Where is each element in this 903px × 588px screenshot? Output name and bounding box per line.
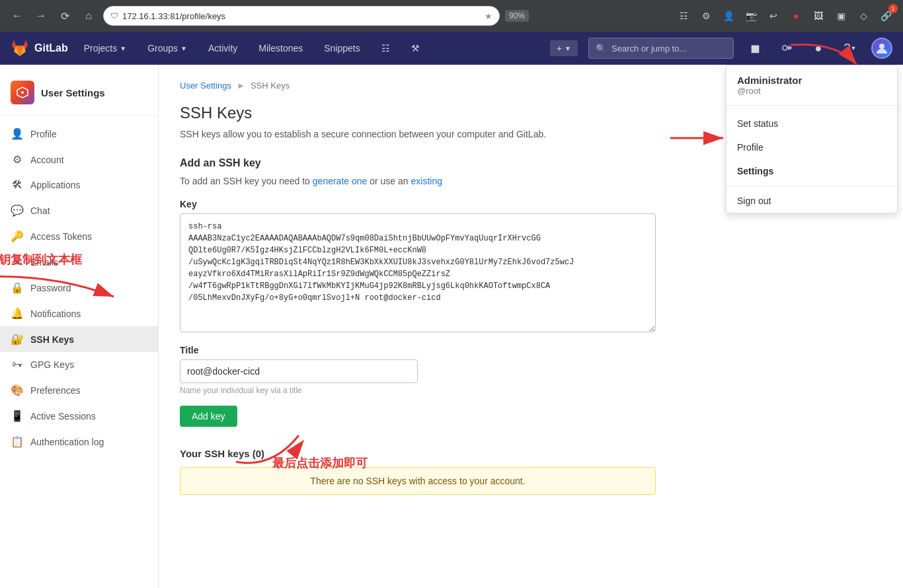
sidebar-item-access-tokens[interactable]: 🔑 Access Tokens bbox=[0, 223, 158, 249]
ssh-keys-icon: 🔐 bbox=[11, 333, 24, 346]
sidebar-label-profile: Profile bbox=[30, 129, 57, 139]
breadcrumb-parent[interactable]: User Settings bbox=[180, 81, 231, 91]
key-textarea[interactable]: ssh-rsa AAAAB3NzaC1yc2EAAAADAQABAAAbAQDW… bbox=[180, 213, 656, 332]
sidebar-item-auth-log[interactable]: 📋 Authentication log bbox=[0, 429, 158, 455]
dropdown-settings[interactable]: Settings bbox=[726, 159, 897, 183]
nav-item-groups[interactable]: Groups ▼ bbox=[142, 40, 192, 56]
gitlab-logo[interactable]: GitLab bbox=[11, 39, 68, 57]
nav-new-btn[interactable]: + ▼ bbox=[550, 40, 578, 56]
sidebar-item-active-sessions[interactable]: 📱 Active Sessions bbox=[0, 403, 158, 429]
emails-icon: ✉ bbox=[11, 256, 24, 268]
browser-chrome: ← → ⟳ ⌂ 🛡 172.16.1.33:81/profile/keys ★ … bbox=[0, 0, 903, 32]
browser-ext-1[interactable]: ☷ bbox=[674, 7, 693, 25]
projects-chevron: ▼ bbox=[120, 45, 126, 52]
breadcrumb-separator: ► bbox=[237, 81, 245, 91]
applications-icon: 🛠 bbox=[11, 179, 24, 191]
key-label: Key bbox=[180, 199, 656, 209]
nav-panel-icon[interactable]: ◼ bbox=[744, 38, 766, 59]
sidebar-item-notifications[interactable]: 🔔 Notifications bbox=[0, 301, 158, 326]
nav-clock-icon[interactable]: ● bbox=[808, 38, 829, 59]
gitlab-logo-icon bbox=[11, 39, 29, 57]
browser-ext-4[interactable]: 🖼 bbox=[809, 7, 828, 25]
gitlab-top-nav: GitLab Projects ▼ Groups ▼ Activity Mile… bbox=[0, 32, 903, 65]
forward-button[interactable]: → bbox=[32, 7, 50, 25]
dropdown-divider-1 bbox=[726, 108, 897, 109]
add-ssh-section: Add an SSH key To add an SSH key you nee… bbox=[180, 157, 656, 427]
sidebar-label-gpg-keys: GPG Keys bbox=[30, 359, 74, 370]
notifications-icon: 🔔 bbox=[11, 307, 24, 320]
nav-item-projects[interactable]: Projects ▼ bbox=[79, 40, 132, 56]
no-keys-notice: There are no SSH keys with access to you… bbox=[180, 467, 656, 495]
nav-item-activity[interactable]: Activity bbox=[203, 40, 243, 56]
groups-chevron: ▼ bbox=[180, 45, 187, 52]
sidebar-label-auth-log: Authentication log bbox=[30, 437, 104, 447]
title-form-group: Title Name your individual key via a tit… bbox=[180, 345, 656, 395]
nav-item-wrench[interactable]: ⚒ bbox=[406, 40, 425, 56]
dropdown-set-status[interactable]: Set status bbox=[726, 112, 897, 135]
home-button[interactable]: ⌂ bbox=[79, 7, 98, 25]
sidebar-item-ssh-keys[interactable]: 🔐 SSH Keys bbox=[0, 326, 158, 352]
your-keys-title: Your SSH keys (0) bbox=[180, 448, 656, 459]
nav-item-milestones[interactable]: Milestones bbox=[253, 40, 308, 56]
sidebar-label-preferences: Preferences bbox=[30, 385, 80, 396]
nav-help-icon[interactable]: ? ▼ bbox=[840, 38, 861, 59]
sidebar-item-profile[interactable]: 👤 Profile bbox=[0, 121, 158, 147]
star-icon: ★ bbox=[485, 11, 492, 21]
generate-one-link[interactable]: generate one bbox=[313, 176, 368, 186]
sidebar-item-chat[interactable]: 💬 Chat bbox=[0, 198, 158, 223]
sidebar-label-password: Password bbox=[30, 283, 71, 293]
add-key-btn-wrapper: Add key 最后点击添加即可 bbox=[180, 406, 237, 427]
browser-ext-2[interactable]: ⚙ bbox=[697, 7, 715, 25]
add-key-button[interactable]: Add key bbox=[180, 406, 237, 427]
sidebar-item-account[interactable]: ⚙ Account bbox=[0, 147, 158, 172]
access-tokens-icon: 🔑 bbox=[11, 230, 24, 242]
browser-undo[interactable]: ↩ bbox=[764, 7, 783, 25]
browser-user-icon[interactable]: 👤 bbox=[719, 7, 738, 25]
dropdown-username: @root bbox=[737, 86, 886, 96]
title-input[interactable] bbox=[180, 359, 418, 383]
sidebar-header-title: User Settings bbox=[41, 87, 105, 98]
sidebar-item-applications[interactable]: 🛠 Applications bbox=[0, 172, 158, 198]
browser-notif[interactable]: 🔗 bbox=[877, 7, 895, 25]
browser-ext-puzzle[interactable]: ▣ bbox=[832, 7, 850, 25]
add-ssh-desc-mid: or use an bbox=[367, 176, 411, 186]
reload-button[interactable]: ⟳ bbox=[56, 7, 74, 25]
sidebar-label-ssh-keys: SSH Keys bbox=[30, 334, 74, 345]
search-icon: 🔍 bbox=[596, 44, 606, 54]
browser-ext-3[interactable]: 📷 bbox=[742, 7, 760, 25]
browser-ext-red[interactable]: ● bbox=[787, 7, 805, 25]
browser-toolbar-right: ☷ ⚙ 👤 📷 ↩ ● 🖼 ▣ ◇ 🔗 bbox=[674, 7, 895, 25]
your-keys-section: Your SSH keys (0) There are no SSH keys … bbox=[180, 448, 656, 495]
address-bar[interactable]: 🛡 172.16.1.33:81/profile/keys ★ bbox=[103, 6, 500, 26]
preferences-icon: 🎨 bbox=[11, 384, 24, 396]
existing-link[interactable]: existing bbox=[411, 176, 442, 186]
sidebar-item-preferences[interactable]: 🎨 Preferences bbox=[0, 377, 158, 403]
sidebar-header-icon bbox=[11, 81, 34, 104]
title-label: Title bbox=[180, 345, 656, 355]
chat-icon: 💬 bbox=[11, 204, 24, 217]
browser-ext-5[interactable]: ◇ bbox=[854, 7, 873, 25]
sidebar-label-active-sessions: Active Sessions bbox=[30, 411, 96, 422]
security-icon: 🛡 bbox=[110, 11, 118, 20]
nav-fork-icon[interactable]: ⚩ bbox=[776, 38, 797, 59]
title-help-text: Name your individual key via a title bbox=[180, 386, 656, 395]
sidebar-label-emails: Emails bbox=[30, 257, 58, 268]
nav-item-graph[interactable]: ☷ bbox=[376, 40, 395, 56]
svg-point-4 bbox=[21, 91, 24, 94]
password-icon: 🔒 bbox=[11, 281, 24, 294]
back-button[interactable]: ← bbox=[8, 7, 26, 25]
search-bar[interactable]: 🔍 Search or jump to... bbox=[588, 38, 734, 59]
zoom-level: 90% bbox=[505, 10, 529, 22]
nav-item-snippets[interactable]: Snippets bbox=[319, 40, 365, 56]
user-dropdown-header: Administrator @root bbox=[726, 65, 897, 106]
sidebar-item-password[interactable]: 🔒 Password bbox=[0, 275, 158, 301]
sidebar-item-emails[interactable]: ✉ Emails bbox=[0, 249, 158, 275]
dropdown-profile[interactable]: Profile bbox=[726, 135, 897, 159]
dropdown-sign-out[interactable]: Sign out bbox=[726, 189, 897, 213]
user-avatar-btn[interactable] bbox=[871, 38, 892, 59]
avatar-icon bbox=[875, 42, 888, 55]
dropdown-user-name: Administrator bbox=[737, 75, 886, 86]
sidebar-item-gpg-keys[interactable]: 🗝 GPG Keys bbox=[0, 352, 158, 377]
account-icon: ⚙ bbox=[11, 153, 24, 166]
gitlab-title: GitLab bbox=[34, 42, 68, 54]
